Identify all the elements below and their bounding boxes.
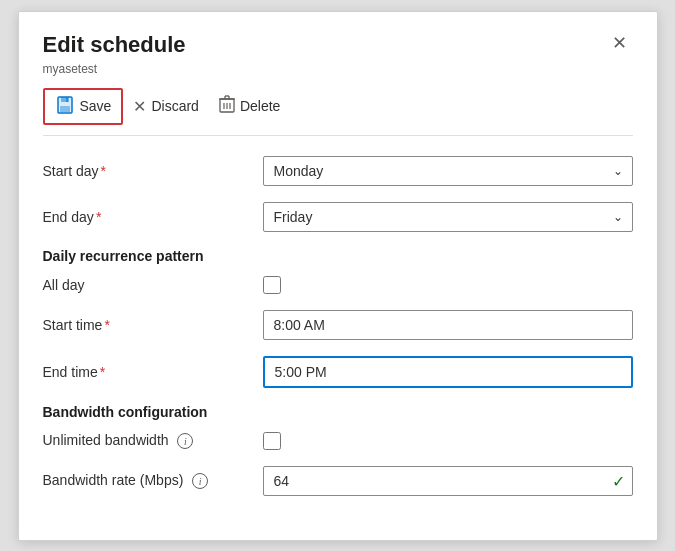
unlimited-bandwidth-info-icon[interactable]: i	[177, 433, 193, 449]
start-day-control: Sunday Monday Tuesday Wednesday Thursday…	[263, 156, 633, 186]
unlimited-bandwidth-label: Unlimited bandwidth i	[43, 432, 263, 450]
end-day-group: End day* Sunday Monday Tuesday Wednesday…	[43, 202, 633, 232]
svg-rect-2	[61, 97, 69, 102]
all-day-group: All day	[43, 276, 633, 294]
all-day-checkbox[interactable]	[263, 276, 281, 294]
modal-header: Edit schedule ✕	[43, 32, 633, 58]
svg-rect-3	[60, 106, 70, 112]
all-day-label: All day	[43, 277, 263, 293]
unlimited-bandwidth-control	[263, 432, 633, 450]
bandwidth-rate-control: ✓	[263, 466, 633, 496]
end-day-control: Sunday Monday Tuesday Wednesday Thursday…	[263, 202, 633, 232]
delete-button[interactable]: Delete	[209, 90, 290, 122]
save-label: Save	[80, 98, 112, 114]
end-time-label: End time*	[43, 364, 263, 380]
bandwidth-rate-info-icon[interactable]: i	[192, 473, 208, 489]
modal-subtitle: myasetest	[43, 62, 633, 76]
start-time-label: Start time*	[43, 317, 263, 333]
start-day-group: Start day* Sunday Monday Tuesday Wednesd…	[43, 156, 633, 186]
end-time-control	[263, 356, 633, 388]
modal-title: Edit schedule	[43, 32, 186, 58]
bandwidth-rate-input[interactable]	[263, 466, 633, 496]
delete-icon	[219, 95, 235, 117]
end-time-group: End time*	[43, 356, 633, 388]
delete-label: Delete	[240, 98, 280, 114]
start-time-group: Start time*	[43, 310, 633, 340]
start-time-input[interactable]	[263, 310, 633, 340]
start-time-control	[263, 310, 633, 340]
bandwidth-rate-group: Bandwidth rate (Mbps) i ✓	[43, 466, 633, 496]
bandwidth-heading: Bandwidth configuration	[43, 404, 633, 420]
bandwidth-rate-label: Bandwidth rate (Mbps) i	[43, 472, 263, 490]
checkmark-icon: ✓	[612, 471, 625, 490]
start-day-select[interactable]: Sunday Monday Tuesday Wednesday Thursday…	[263, 156, 633, 186]
all-day-control	[263, 276, 633, 294]
unlimited-bandwidth-group: Unlimited bandwidth i	[43, 432, 633, 450]
edit-schedule-modal: Edit schedule ✕ myasetest Save ✕ Discard	[18, 11, 658, 541]
toolbar: Save ✕ Discard Delete	[43, 88, 633, 136]
start-day-label: Start day*	[43, 163, 263, 179]
discard-label: Discard	[151, 98, 198, 114]
discard-icon: ✕	[133, 97, 146, 116]
end-day-select[interactable]: Sunday Monday Tuesday Wednesday Thursday…	[263, 202, 633, 232]
daily-recurrence-heading: Daily recurrence pattern	[43, 248, 633, 264]
close-button[interactable]: ✕	[606, 32, 633, 54]
end-time-input[interactable]	[263, 356, 633, 388]
end-day-label: End day*	[43, 209, 263, 225]
unlimited-bandwidth-checkbox[interactable]	[263, 432, 281, 450]
save-button[interactable]: Save	[43, 88, 124, 125]
discard-button[interactable]: ✕ Discard	[123, 92, 208, 121]
save-icon	[55, 95, 75, 118]
